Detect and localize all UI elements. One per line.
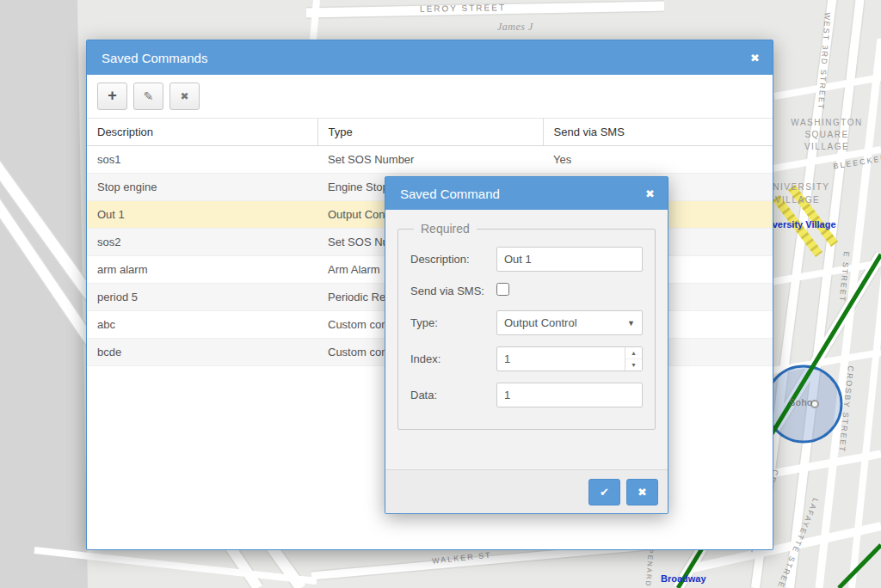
- type-select[interactable]: Output Control ▼: [496, 310, 643, 335]
- soho-poi-dot: [811, 401, 818, 407]
- delete-command-button[interactable]: ✖: [169, 83, 200, 110]
- description-label: Description:: [410, 253, 496, 266]
- check-icon: ✔: [600, 486, 609, 499]
- spinner-up-icon[interactable]: ▲: [625, 347, 642, 359]
- edit-command-button[interactable]: ✎: [133, 83, 163, 110]
- sms-checkbox[interactable]: [496, 283, 509, 296]
- table-header-row: Description Type Send via SMS: [87, 119, 773, 146]
- saved-command-dialog: Saved Command ✖ Required Description: Se…: [385, 176, 668, 514]
- screen: LEROY STREET James J WEST 3RD STREET WAS…: [0, 0, 881, 588]
- description-input[interactable]: [496, 247, 643, 272]
- col-description: Description: [87, 119, 317, 146]
- type-label: Type:: [410, 316, 496, 329]
- close-icon[interactable]: ✖: [750, 52, 760, 64]
- index-input[interactable]: [496, 346, 643, 371]
- cell-description: Out 1: [87, 201, 317, 229]
- cancel-button[interactable]: ✖: [626, 479, 658, 505]
- close-icon[interactable]: ✖: [645, 187, 655, 200]
- saved-command-body: Required Description: Send via SMS: Type…: [385, 210, 668, 430]
- index-row: Index: ▲ ▼: [410, 346, 643, 371]
- cell-description: abc: [87, 311, 317, 339]
- saved-command-footer: ✔ ✖: [385, 469, 668, 513]
- index-spinner: ▲ ▼: [625, 347, 642, 371]
- saved-commands-header[interactable]: Saved Commands ✖: [87, 40, 773, 75]
- index-label: Index:: [410, 352, 496, 365]
- data-label: Data:: [410, 389, 496, 401]
- map-water: [0, 0, 88, 588]
- cell-description: Stop engine: [87, 174, 317, 201]
- cell-type: Set SOS Number: [317, 146, 543, 174]
- required-fieldset: Required Description: Send via SMS: Type…: [397, 222, 656, 430]
- type-row: Type: Output Control ▼: [410, 310, 643, 335]
- cell-description: arm alarm: [87, 256, 317, 284]
- pencil-icon: ✎: [144, 89, 154, 103]
- plus-icon: +: [108, 87, 117, 105]
- data-input[interactable]: [496, 383, 643, 407]
- required-legend: Required: [414, 222, 477, 236]
- sms-label: Send via SMS:: [410, 285, 496, 297]
- sms-row: Send via SMS:: [410, 283, 643, 299]
- cell-description: sos1: [87, 146, 317, 174]
- commands-toolbar: + ✎ ✖: [87, 75, 773, 118]
- col-type: Type: [317, 119, 543, 146]
- saved-command-title: Saved Command: [400, 187, 500, 201]
- col-send-via-sms: Send via SMS: [543, 119, 773, 146]
- cross-icon: ✖: [180, 90, 188, 102]
- data-row: Data:: [410, 383, 643, 407]
- saved-commands-title: Saved Commands: [102, 51, 207, 65]
- cell-sms: Yes: [543, 146, 773, 174]
- cell-description: bcde: [87, 339, 317, 366]
- table-row[interactable]: sos1 Set SOS Number Yes: [87, 146, 773, 174]
- add-command-button[interactable]: +: [97, 83, 127, 110]
- chevron-down-icon: ▼: [627, 319, 635, 328]
- confirm-button[interactable]: ✔: [588, 479, 620, 505]
- cross-icon: ✖: [638, 486, 647, 499]
- description-row: Description:: [410, 247, 643, 272]
- saved-command-header[interactable]: Saved Command ✖: [385, 177, 668, 210]
- spinner-down-icon[interactable]: ▼: [625, 359, 642, 371]
- cell-description: sos2: [87, 229, 317, 256]
- type-select-value: Output Control: [504, 316, 577, 329]
- cell-description: period 5: [87, 284, 317, 311]
